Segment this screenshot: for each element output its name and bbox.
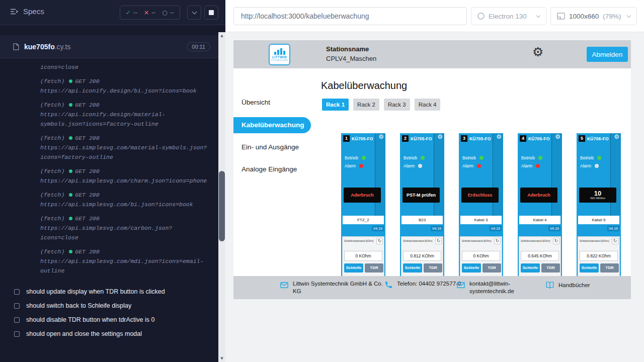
sidebar-item[interactable]: Ein- und Ausgänge	[233, 139, 311, 155]
betrieb-led	[362, 156, 366, 160]
betrieb-label: Betrieb	[404, 155, 417, 160]
viewport-size: 1000x660	[569, 13, 599, 20]
betrieb-led-row: Betrieb	[580, 155, 601, 160]
schleife-button[interactable]: Schleife	[521, 263, 540, 273]
card-side-strip	[551, 133, 562, 216]
refresh-icon[interactable]: ↻	[376, 238, 383, 244]
alarm-label: Alarm	[345, 163, 356, 168]
log-entries: (fetch) GET 200 https://api.iconify.desi…	[40, 76, 208, 276]
card-settings-gear-icon[interactable]: ⚙	[555, 133, 560, 140]
cable-name: Kabel 3	[460, 216, 502, 224]
collapse-button[interactable]	[187, 6, 201, 20]
card-settings-gear-icon[interactable]: ⚙	[437, 133, 443, 140]
rack-tab[interactable]: Rack 4	[415, 99, 441, 111]
chevron-down-icon	[192, 10, 197, 15]
device-card: ⚙ 3 KÜ705-FO Betrieb Alarm Erdschluss Ka…	[459, 133, 503, 284]
littwin-logo: LITTWIN SYSTEMTECHNIK	[269, 44, 290, 65]
specs-button[interactable]: Specs	[10, 7, 44, 16]
runner-scrollbar[interactable]: ▲ ▼	[218, 32, 225, 362]
status-badge: GET 200	[69, 214, 99, 223]
schleife-button[interactable]: Schleife	[580, 263, 599, 273]
fetch-label: (fetch)	[40, 133, 64, 143]
rack-tab[interactable]: Rack 1	[322, 99, 349, 111]
schleife-button[interactable]: Schleife	[344, 263, 363, 273]
status-display: PST-M prüfen	[403, 188, 440, 203]
alarm-led	[536, 164, 540, 168]
spec-file-icon	[13, 43, 19, 50]
alarm-led	[595, 164, 599, 168]
firmware-version: V4.19	[431, 226, 443, 231]
tdr-button[interactable]: TDR	[365, 263, 383, 273]
test-item[interactable]: should open and close the settings modal	[0, 327, 218, 341]
viewport-selector[interactable]: 1000x660 (79%)	[550, 7, 637, 25]
betrieb-led-row: Betrieb	[404, 155, 425, 160]
circle-icon: ○	[162, 9, 167, 16]
footer-phone-text: Telefon: 04402 972577-0	[397, 280, 461, 288]
refresh-icon[interactable]: ↻	[435, 238, 442, 244]
book-icon	[545, 281, 554, 290]
specs-list-icon	[10, 8, 19, 15]
card-number-badge: 2	[402, 135, 409, 142]
schleife-button[interactable]: Schleife	[462, 263, 481, 273]
status-badge: GET 200	[69, 166, 99, 176]
card-side-strip	[610, 133, 621, 216]
refresh-icon[interactable]: ↻	[494, 238, 501, 244]
status-display: 10 ISO MOhm	[579, 188, 616, 203]
tdr-button[interactable]: TDR	[600, 263, 619, 273]
cable-name: Kabel 4	[519, 216, 560, 224]
footer-manuals[interactable]: Handbücher	[545, 280, 590, 290]
refresh-icon[interactable]: ↻	[612, 238, 618, 244]
request-url: https://api.simplesvg.com/material-symbo…	[40, 143, 208, 162]
status-display: Erdschluss	[461, 188, 499, 203]
sidebar-item[interactable]: Analoge Eingänge	[233, 161, 311, 177]
betrieb-led-row: Betrieb	[462, 155, 484, 160]
url-input[interactable]	[233, 7, 467, 25]
test-title: should open and close the settings modal	[26, 330, 142, 337]
stop-icon	[209, 10, 214, 15]
measurement-label: Schleifenwiderstand [kOhm]	[344, 239, 373, 242]
logout-button[interactable]: Abmelden	[587, 47, 628, 62]
check-icon: ✓	[126, 9, 131, 16]
app-sidebar: ÜbersichtKabelüberwachungEin- und Ausgän…	[233, 68, 322, 276]
test-item[interactable]: should update display when TDR button is…	[0, 285, 218, 299]
tdr-button[interactable]: TDR	[424, 263, 442, 273]
fetch-label: (fetch)	[40, 166, 64, 176]
test-state-icon	[14, 317, 20, 323]
card-side-strip	[375, 133, 385, 216]
settings-gear-icon[interactable]: ⚙	[532, 45, 543, 59]
spec-timer: 00:11	[187, 42, 210, 51]
scroll-down-icon[interactable]: ▼	[218, 355, 225, 362]
tdr-button[interactable]: TDR	[482, 263, 501, 273]
card-number-badge: 5	[579, 135, 585, 142]
test-title: should disable TDR button when tdrActive…	[26, 316, 154, 323]
footer-email: kontakt@littwin-systemtechnik.de	[456, 280, 520, 295]
sidebar-item[interactable]: Kabelüberwachung	[233, 117, 311, 133]
measurement-value: 0.822 KOhm	[580, 251, 618, 261]
status-unit: ISO MOhm	[590, 197, 605, 200]
tdr-button[interactable]: TDR	[541, 263, 560, 273]
card-settings-gear-icon[interactable]: ⚙	[378, 133, 384, 140]
phone-icon	[384, 281, 393, 289]
rack-tab[interactable]: Rack 2	[353, 99, 379, 111]
station-name: CPLV4_Maschen	[326, 55, 376, 62]
log-entry: (fetch) GET 200 https://api.simplesvg.co…	[40, 247, 208, 276]
browser-selector[interactable]: Electron 130	[471, 7, 546, 25]
request-url: https://api.simplesvg.com/bi.json?icons=…	[40, 200, 208, 209]
card-settings-gear-icon[interactable]: ⚙	[614, 133, 619, 140]
test-item[interactable]: should disable TDR button when tdrActive…	[0, 313, 218, 327]
sidebar-item[interactable]: Übersicht	[233, 95, 311, 111]
electron-icon	[477, 13, 485, 20]
scroll-up-icon[interactable]: ▲	[218, 32, 225, 39]
spec-file-header[interactable]: kue705fo.cy.ts 00:11	[0, 35, 218, 58]
schleife-button[interactable]: Schleife	[403, 263, 422, 273]
scrollbar-thumb[interactable]	[219, 171, 225, 241]
rack-tab[interactable]: Rack 3	[384, 99, 410, 111]
card-side-strip	[493, 133, 503, 216]
card-settings-gear-icon[interactable]: ⚙	[496, 133, 502, 140]
viewport-zoom: (79%)	[603, 13, 621, 20]
stop-tests-button[interactable]	[204, 6, 218, 20]
firmware-version: V4.19	[372, 226, 384, 231]
alarm-label: Alarm	[462, 163, 473, 168]
test-item[interactable]: should switch back to Schleife display	[0, 299, 218, 313]
refresh-icon[interactable]: ↻	[553, 238, 559, 244]
